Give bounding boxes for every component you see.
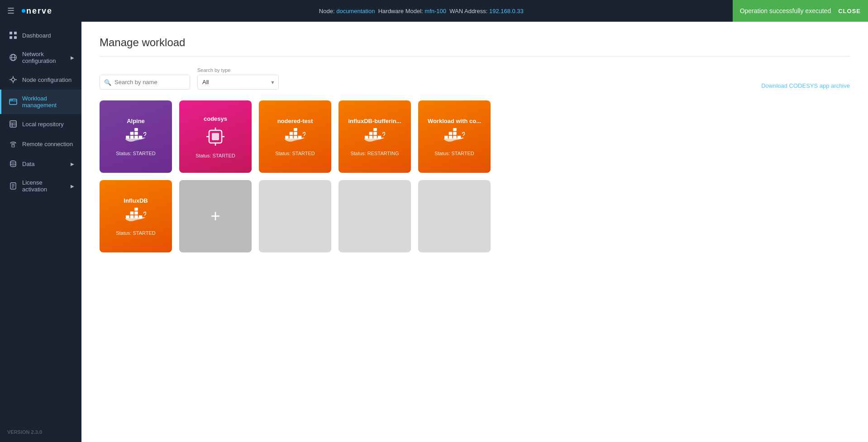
sidebar-item-remote-label: Remote connection xyxy=(22,141,73,147)
hardware-value[interactable]: mfn-100 xyxy=(424,8,446,14)
workload-icon xyxy=(9,97,18,106)
svg-rect-61 xyxy=(126,215,129,219)
svg-rect-45 xyxy=(294,128,297,131)
card-nodered-name: nodered-test xyxy=(274,118,317,124)
hardware-label: Hardware Model: xyxy=(378,8,423,14)
wan-value[interactable]: 192.168.0.33 xyxy=(489,8,524,14)
workload-card-codesys[interactable]: codesys Status: STARTED xyxy=(179,100,252,173)
grid-icon xyxy=(9,31,18,40)
nerve-logo-text: nerve xyxy=(26,6,52,16)
card-workload-co-name: Workload with co... xyxy=(424,118,485,124)
svg-rect-27 xyxy=(126,136,129,139)
workload-card-empty-3 xyxy=(418,180,491,252)
svg-rect-40 xyxy=(285,136,289,139)
svg-rect-44 xyxy=(294,132,297,135)
svg-rect-56 xyxy=(449,132,453,135)
sidebar-item-remote-connection[interactable]: Remote connection xyxy=(0,134,81,154)
remote-icon xyxy=(9,139,18,148)
sidebar-item-license-activation[interactable]: License activation ▶ xyxy=(0,174,81,198)
add-icon: + xyxy=(210,207,220,226)
filter-select-wrapper: All Docker VM CODESYS ▼ xyxy=(197,75,279,90)
sidebar-item-network-configuration[interactable]: Network configuration ▶ xyxy=(0,45,81,70)
svg-rect-35 xyxy=(212,133,219,140)
workload-card-influxdb[interactable]: InfluxDB Status: STARTED xyxy=(100,180,172,252)
search-box: 🔍 xyxy=(100,75,190,90)
node-value[interactable]: documentation xyxy=(336,8,375,14)
docker-influxdb-icon xyxy=(125,208,147,227)
sidebar-item-license-label: License activation xyxy=(22,179,66,193)
search-icon: 🔍 xyxy=(104,79,111,86)
docker-nodered-icon xyxy=(284,128,306,147)
license-icon xyxy=(9,181,18,190)
workload-card-alpine[interactable]: Alpine Status: STARTED xyxy=(100,100,172,173)
logo-area: ☰ nerve xyxy=(7,6,52,16)
toast-message: Operation successfully executed xyxy=(740,7,831,14)
svg-rect-31 xyxy=(134,132,138,135)
sidebar-item-data-label: Data xyxy=(22,161,34,167)
main-layout: Dashboard Network configuration ▶ xyxy=(0,22,868,442)
svg-rect-59 xyxy=(453,128,457,131)
workload-card-empty-1 xyxy=(259,180,331,252)
network-icon xyxy=(9,53,18,62)
svg-rect-42 xyxy=(290,132,293,135)
svg-rect-32 xyxy=(134,128,138,131)
chevron-right-icon: ▶ xyxy=(71,55,74,60)
svg-rect-65 xyxy=(134,211,138,214)
docker-alpine-icon xyxy=(125,128,147,147)
wan-label: WAN Address: xyxy=(449,8,487,14)
chevron-right-data-icon: ▶ xyxy=(71,162,74,166)
svg-rect-2 xyxy=(10,36,12,39)
svg-rect-63 xyxy=(130,211,134,214)
nerve-dot xyxy=(22,9,25,13)
filter-group: Search by type All Docker VM CODESYS ▼ xyxy=(197,67,279,90)
workload-card-influxdb-buf[interactable]: influxDB-bufferin... Status: RESTAR xyxy=(339,100,411,173)
workload-card-nodered[interactable]: nodered-test Status: STARTED xyxy=(259,100,331,173)
download-codesys-link[interactable]: Download CODESYS app archive xyxy=(761,82,850,89)
topnav-info: Node: documentation Hardware Model: mfn-… xyxy=(52,8,790,14)
svg-rect-66 xyxy=(134,208,138,211)
sidebar-item-workload-label: Workload management xyxy=(22,95,74,109)
nerve-logo: nerve xyxy=(22,6,52,16)
toast-close-button[interactable]: CLOSE xyxy=(838,8,861,14)
search-input[interactable] xyxy=(100,75,190,90)
docker-workload-co-icon xyxy=(444,128,465,147)
repository-icon xyxy=(9,119,18,128)
docker-influxdb-buf-icon xyxy=(364,128,386,147)
sidebar-item-repo-label: Local repository xyxy=(22,121,64,128)
card-influxdb-buf-status: Status: RESTARTING xyxy=(350,151,399,156)
filter-label: Search by type xyxy=(197,67,279,73)
svg-rect-51 xyxy=(373,132,377,135)
svg-rect-0 xyxy=(10,32,12,34)
data-icon xyxy=(9,159,18,168)
svg-point-7 xyxy=(12,78,15,81)
svg-rect-29 xyxy=(130,132,134,135)
card-influxdb-status: Status: STARTED xyxy=(116,230,156,236)
toolbar-right: Download CODESYS app archive xyxy=(761,81,850,90)
chevron-right-license-icon: ▶ xyxy=(71,184,74,189)
svg-rect-47 xyxy=(365,136,368,139)
sidebar-item-workload-management[interactable]: Workload management xyxy=(0,90,81,114)
sidebar: Dashboard Network configuration ▶ xyxy=(0,22,81,442)
sidebar-item-node-label: Node configuration xyxy=(22,76,72,83)
svg-rect-49 xyxy=(369,132,373,135)
node-icon xyxy=(9,75,18,84)
sidebar-item-dashboard[interactable]: Dashboard xyxy=(0,25,81,45)
card-influxdb-name: InfluxDB xyxy=(120,197,151,204)
workload-card-workload-co[interactable]: Workload with co... Status: STARTED xyxy=(418,100,491,173)
hamburger-icon[interactable]: ☰ xyxy=(7,6,14,16)
sidebar-item-dashboard-label: Dashboard xyxy=(22,32,51,39)
svg-rect-3 xyxy=(14,36,17,39)
workload-grid: Alpine Status: STARTED xyxy=(100,100,850,252)
sidebar-item-data[interactable]: Data ▶ xyxy=(0,154,81,174)
sidebar-item-node-configuration[interactable]: Node configuration xyxy=(0,70,81,90)
svg-point-14 xyxy=(10,100,11,100)
card-nodered-status: Status: STARTED xyxy=(275,151,315,156)
svg-rect-58 xyxy=(453,132,457,135)
sidebar-item-local-repository[interactable]: Local repository xyxy=(0,114,81,134)
workload-card-add[interactable]: + xyxy=(179,180,252,252)
filter-select[interactable]: All Docker VM CODESYS xyxy=(197,75,279,90)
svg-point-22 xyxy=(10,161,16,163)
card-codesys-name: codesys xyxy=(200,115,231,122)
svg-point-21 xyxy=(13,144,14,145)
svg-rect-1 xyxy=(14,32,17,34)
